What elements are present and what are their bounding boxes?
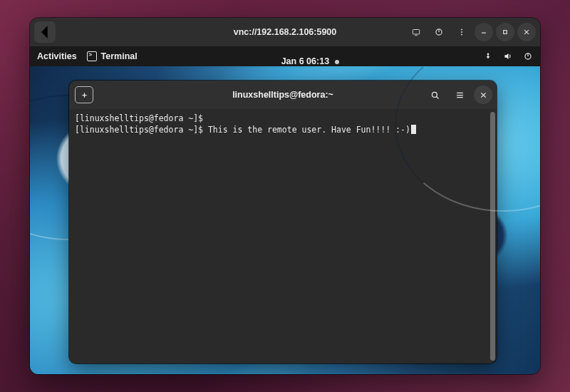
prompt: [linuxshelltips@fedora ~]$	[75, 125, 203, 135]
volume-icon	[503, 51, 513, 61]
screenshot-button[interactable]	[406, 22, 426, 42]
new-tab-button[interactable]	[73, 84, 95, 105]
power-button[interactable]	[429, 22, 449, 42]
hamburger-menu-button[interactable]	[449, 84, 470, 105]
scrollbar-thumb[interactable]	[490, 112, 495, 361]
close-icon	[522, 27, 532, 37]
minimize-icon	[479, 27, 489, 37]
terminal-line: [linuxshelltips@fedora ~]$	[75, 113, 203, 123]
gnome-top-bar: Activities Terminal Jan 6 06:13	[30, 46, 540, 66]
cmd-text: This is the remote user. Have Fun!!!! :-…	[203, 125, 410, 135]
current-app-indicator[interactable]: Terminal	[87, 51, 138, 61]
prompt: [linuxshelltips@fedora ~]$	[75, 113, 203, 123]
minimize-button[interactable]	[475, 23, 493, 41]
close-icon	[478, 90, 489, 100]
terminal-line: [linuxshelltips@fedora ~]$ This is the r…	[75, 125, 416, 135]
chevron-left-icon	[34, 21, 56, 43]
network-icon	[483, 51, 493, 61]
terminal-headerbar: linuxshelltips@fedora:~	[69, 81, 497, 109]
search-button[interactable]	[424, 84, 445, 105]
new-tab-icon	[75, 86, 93, 103]
terminal-scrollbar[interactable]	[490, 112, 495, 361]
vnc-titlebar: vnc://192.168.2.106:5900	[30, 18, 540, 46]
kebab-icon	[457, 27, 467, 37]
svg-point-4	[461, 34, 462, 36]
back-button[interactable]	[34, 21, 56, 43]
svg-point-2	[461, 29, 462, 31]
system-status-area[interactable]	[483, 51, 533, 61]
terminal-icon	[87, 51, 97, 61]
maximize-button[interactable]	[496, 23, 514, 41]
svg-rect-0	[413, 30, 419, 34]
maximize-icon	[500, 27, 510, 37]
clock[interactable]: Jan 6 06:13	[138, 56, 483, 66]
cursor-icon	[411, 125, 416, 134]
power-icon	[434, 27, 444, 37]
notification-dot-icon	[335, 60, 339, 64]
search-icon	[430, 90, 440, 100]
terminal-window: linuxshelltips@fedora:~ [linuxshelltip	[69, 81, 497, 363]
current-app-label: Terminal	[101, 51, 138, 61]
svg-point-7	[432, 92, 437, 97]
svg-point-3	[461, 31, 462, 33]
hamburger-icon	[455, 90, 465, 100]
activities-button[interactable]: Activities	[37, 51, 77, 61]
terminal-body[interactable]: [linuxshelltips@fedora ~]$ [linuxshellti…	[69, 109, 497, 363]
kebab-menu-button[interactable]	[452, 22, 472, 42]
host-desktop: vnc://192.168.2.106:5900	[0, 0, 570, 392]
terminal-close-button[interactable]	[474, 86, 492, 104]
close-button[interactable]	[517, 23, 536, 41]
clock-text: Jan 6 06:13	[281, 56, 329, 66]
screen-icon	[411, 27, 421, 37]
power-menu-icon	[523, 51, 533, 61]
remote-desktop-wallpaper: linuxshelltips@fedora:~ [linuxshelltip	[30, 66, 540, 374]
svg-rect-5	[504, 31, 507, 34]
vnc-viewer-window: vnc://192.168.2.106:5900	[30, 18, 540, 374]
terminal-title: linuxshelltips@fedora:~	[69, 90, 497, 100]
